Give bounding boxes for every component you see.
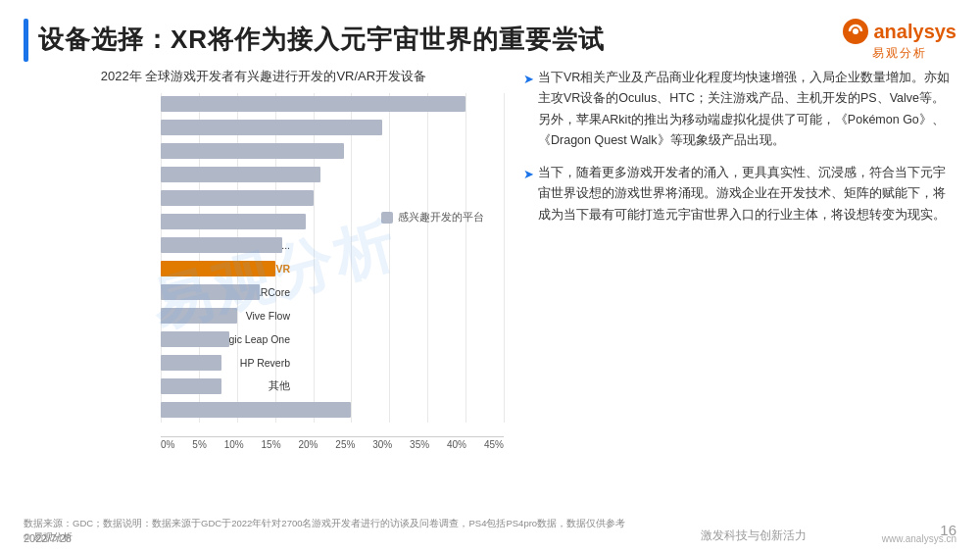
bar-wrap [161,308,504,324]
main-content: 2022年 全球游戏开发者有兴趣进行开发的VR/AR开发设备 Oculus Qu… [24,68,956,450]
text-point-content: 当下VR相关产业及产品商业化程度均快速增强，入局企业数量增加。亦如主攻VR设备的… [538,68,956,151]
page: 设备选择：XR将作为接入元宇宙世界的重要尝试 analysys 易观分析 易观分… [0,0,980,552]
title-block: 设备选择：XR将作为接入元宇宙世界的重要尝试 [24,19,605,62]
x-axis-label: 45% [484,439,504,450]
bar-wrap [161,355,504,371]
text-point-content: 当下，随着更多游戏开发者的涌入，更具真实性、沉浸感，符合当下元宇宙世界设想的游戏… [538,163,956,226]
bar-wrap [161,402,504,418]
bar-fill [161,237,282,253]
footer-copyright: © 易观分析 [24,530,625,544]
x-axis-label: 15% [262,439,281,450]
bar-fill [161,96,466,112]
footer-left: 数据来源：GDC；数据说明：数据来源于GDC于2022年针对2700名游戏开发者… [24,517,625,545]
x-axis-label: 0% [161,439,174,450]
bar-wrap [161,261,504,276]
x-axis-label: 10% [224,439,244,450]
text-point-arrow: ➤ [523,69,534,90]
footer-center: 激发科技与创新活力 [625,527,882,544]
bar-wrap [161,120,504,135]
bar-fill [161,308,237,324]
legend-label: 感兴趣开发的平台 [398,211,484,225]
bar-row: HP Reverb [161,352,504,374]
date-text: 2022/7/28 [24,532,72,544]
bar-fill [161,120,382,135]
bar-row: HTC VIVE [161,164,504,185]
footer-source: 数据来源：GDC；数据说明：数据来源于GDC于2022年针对2700名游戏开发者… [24,517,625,530]
text-point: ➤当下VR相关产业及产品商业化程度均快速增强，入局企业数量增加。亦如主攻VR设备… [523,68,956,151]
footer: 数据来源：GDC；数据说明：数据来源于GDC于2022年针对2700名游戏开发者… [24,517,956,545]
logo-icon [842,18,869,45]
x-axis-label: 30% [372,439,392,450]
bar-row: Windows Mixed... [161,234,504,256]
bar-wrap [161,190,504,206]
legend-dot [381,212,393,224]
x-axis: 0%5%10%15%20%25%30%35%40%45% [161,436,504,450]
text-section: ➤当下VR相关产业及产品商业化程度均快速增强，入局企业数量增加。亦如主攻VR设备… [514,68,956,450]
grid-line [504,93,505,423]
bar-fill [161,214,306,229]
bar-row: PS VR [161,258,504,279]
bar-wrap [161,143,504,159]
chart-legend: 感兴趣开发的平台 [381,211,484,225]
chart-title: 2022年 全球游戏开发者有兴趣进行开发的VR/AR开发设备 [24,68,504,85]
svg-point-1 [853,28,858,34]
x-axis-label: 5% [192,439,206,450]
main-title: 设备选择：XR将作为接入元宇宙世界的重要尝试 [38,23,605,57]
bar-wrap [161,284,504,300]
bar-row: Oculus Quest [161,93,504,115]
bar-fill [161,261,275,276]
bar-row: Vive Flow [161,305,504,326]
bar-fill [161,331,229,347]
logo-main: analysys [873,21,956,43]
bar-row: Valve Index [161,140,504,162]
bars-container: Oculus QuestPS VR2Valve IndexHTC VIVEOcu… [161,93,504,421]
bar-wrap [161,96,504,112]
title-bar-decoration [24,19,28,62]
x-axis-label: 20% [298,439,318,450]
footer-tagline: 激发科技与创新活力 [701,528,807,542]
bar-wrap [161,331,504,347]
bar-row: Google ARCore [161,281,504,303]
bar-fill [161,190,314,206]
bar-wrap [161,378,504,394]
bar-row: Oculus Rift [161,187,504,209]
logo-area: analysys 易观分析 [842,18,956,62]
bar-row: PS VR2 [161,117,504,138]
bar-wrap [161,237,504,253]
logo-sub: 易观分析 [872,45,927,62]
text-point-arrow: ➤ [523,164,534,185]
bar-fill [161,167,320,182]
text-point: ➤当下，随着更多游戏开发者的涌入，更具真实性、沉浸感，符合当下元宇宙世界设想的游… [523,163,956,226]
header: 设备选择：XR将作为接入元宇宙世界的重要尝试 analysys 易观分析 [24,18,956,62]
chart-section: 2022年 全球游戏开发者有兴趣进行开发的VR/AR开发设备 Oculus Qu… [24,68,504,450]
x-axis-label: 40% [447,439,466,450]
bar-fill [161,378,221,394]
bar-row: 没有开发打算 [161,399,504,421]
bar-wrap [161,167,504,182]
bar-row: Magic Leap One [161,328,504,350]
bar-row: 其他 [161,376,504,397]
page-number: 16 [940,522,956,538]
bar-fill [161,143,344,159]
bar-fill [161,284,260,300]
x-axis-label: 25% [335,439,355,450]
x-axis-label: 35% [410,439,429,450]
bar-fill [161,355,221,371]
bar-chart: Oculus QuestPS VR2Valve IndexHTC VIVEOcu… [24,93,504,450]
bar-fill [161,402,351,418]
